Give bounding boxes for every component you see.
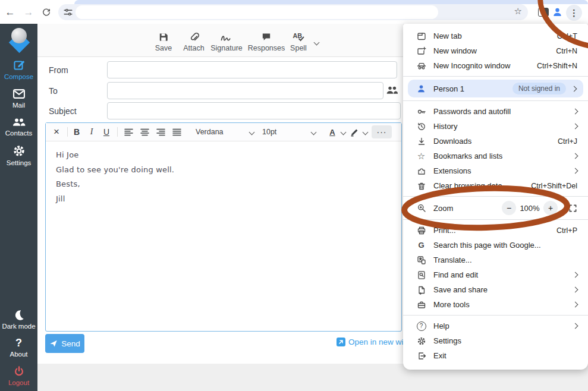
align-right-button[interactable] <box>154 123 167 141</box>
attach-button[interactable]: Attach <box>180 29 207 52</box>
font-family-value: Verdana <box>196 128 224 136</box>
back-button[interactable]: ← <box>4 6 17 19</box>
fullscreen-button[interactable] <box>568 204 577 213</box>
italic-button[interactable]: I <box>86 123 98 141</box>
spell-dropdown-caret[interactable] <box>314 40 320 46</box>
menu-item-find-and-edit[interactable]: Find and edit <box>403 267 588 282</box>
menu-label: New window <box>433 46 477 55</box>
profile-button[interactable] <box>552 7 563 18</box>
sidebar-item-label: About <box>10 351 27 358</box>
menu-label: History <box>433 122 457 131</box>
forward-button[interactable]: → <box>22 6 35 19</box>
from-field[interactable] <box>107 61 397 78</box>
send-button[interactable]: Send <box>45 334 84 353</box>
open-in-new-window-link[interactable]: Open in new window <box>337 338 403 346</box>
responses-button[interactable]: Responses <box>247 29 286 52</box>
menu-item-translate[interactable]: Translate... <box>403 253 588 267</box>
to-field[interactable] <box>107 82 383 99</box>
signature-button[interactable]: Signature <box>209 29 244 52</box>
browser-menu-button[interactable]: ⋮ <box>566 5 582 21</box>
spell-button[interactable]: AB Spell <box>287 29 310 52</box>
menu-label: Bookmarks and lists <box>433 152 502 160</box>
zoom-in-button[interactable]: + <box>543 201 558 215</box>
save-button[interactable]: Save <box>150 29 177 52</box>
align-left-button[interactable] <box>122 123 135 141</box>
site-settings-icon[interactable] <box>63 7 73 17</box>
sidebar-item-contacts[interactable]: Contacts <box>0 116 37 137</box>
sidebar-item-mail[interactable]: Mail <box>0 88 37 109</box>
menu-item-search-with-google[interactable]: Search this page with Google... <box>403 238 588 253</box>
contacts-icon <box>0 116 37 128</box>
bold-button[interactable]: B <box>71 123 83 141</box>
body-line: Glad to see you're doing well. <box>56 163 391 178</box>
menu-label: New Incognito window <box>433 61 510 70</box>
save-page-icon <box>416 285 426 295</box>
bookmark-star-icon[interactable]: ☆ <box>514 6 522 17</box>
reload-button[interactable] <box>40 6 53 19</box>
more-formatting-button[interactable]: ··· <box>372 125 392 138</box>
sidebar-item-label: Mail <box>12 102 25 109</box>
menu-item-bookmarks-and-lists[interactable]: ☆ Bookmarks and lists <box>403 149 588 163</box>
body-line: Bests, <box>56 177 391 192</box>
chevron-down-icon <box>249 129 255 135</box>
menu-item-downloads[interactable]: Downloads Ctrl+J <box>403 134 588 149</box>
sidebar-item-about[interactable]: ? About <box>0 337 37 358</box>
sidebar-item-dark-mode[interactable]: Dark mode <box>0 309 37 330</box>
menu-item-passwords-and-autofill[interactable]: Passwords and autofill <box>403 104 588 119</box>
menu-item-new-incognito-window[interactable]: New Incognito window Ctrl+Shift+N <box>403 58 588 73</box>
bookmark-star-icon: ☆ <box>416 151 426 162</box>
menu-item-print[interactable]: Print... Ctrl+P <box>403 223 588 238</box>
message-body[interactable]: Hi Joe Glad to see you're doing well. Be… <box>46 141 401 331</box>
subject-label: Subject <box>49 106 77 116</box>
sidebar-item-compose[interactable]: Compose <box>0 58 37 80</box>
zoom-magnifier-icon <box>416 203 426 213</box>
roundcube-logo[interactable] <box>6 27 32 53</box>
address-bar[interactable]: ☆ <box>58 4 528 20</box>
menu-item-clear-browsing-data[interactable]: Clear browsing data Ctrl+Shift+Del <box>403 178 588 193</box>
mail-sidebar: Compose Mail Contacts Settings <box>0 24 37 391</box>
browser-menu: New tab Ctrl+T New window Ctrl+N New Inc… <box>403 24 588 370</box>
sidebar-item-label: Logout <box>8 379 29 386</box>
clear-format-button[interactable]: × <box>51 123 62 141</box>
menu-item-exit[interactable]: Exit <box>403 348 588 363</box>
menu-divider <box>403 100 588 101</box>
from-label: From <box>49 65 68 75</box>
font-color-button[interactable]: A <box>326 123 338 141</box>
compose-toolbar: Save Attach Signature Responses <box>37 24 403 57</box>
menu-item-settings[interactable]: Settings <box>403 333 588 348</box>
menu-item-new-window[interactable]: New window Ctrl+N <box>403 43 588 58</box>
chevron-right-icon <box>573 323 578 329</box>
power-icon <box>0 365 37 377</box>
menu-item-profile[interactable]: Person 1 Not signed in <box>408 80 583 97</box>
menu-item-save-and-share[interactable]: Save and share <box>403 282 588 297</box>
subject-field[interactable] <box>107 102 401 119</box>
font-size-select[interactable]: 10pt <box>262 123 319 141</box>
highlight-caret[interactable] <box>363 130 369 135</box>
menu-item-history[interactable]: History <box>403 119 588 134</box>
person-icon <box>416 84 426 94</box>
menu-item-extensions[interactable]: Extensions <box>403 163 588 178</box>
sidebar-item-settings[interactable]: Settings <box>0 144 37 166</box>
align-center-button[interactable] <box>138 123 151 141</box>
open-link-label: Open in new window <box>348 338 403 346</box>
side-panel-icon[interactable] <box>538 8 549 17</box>
align-justify-button[interactable] <box>170 123 183 141</box>
font-family-select[interactable]: Verdana <box>196 123 257 141</box>
highlight-button[interactable] <box>348 123 361 141</box>
profile-person-icon <box>552 7 563 18</box>
message-editor: × B I U Verdana 10pt A <box>45 122 402 332</box>
font-color-caret[interactable] <box>341 130 347 135</box>
menu-label: Translate... <box>433 256 472 264</box>
zoom-out-button[interactable]: − <box>502 201 516 215</box>
format-toolbar: × B I U Verdana 10pt A <box>46 123 401 141</box>
menu-item-more-tools[interactable]: More tools <box>403 297 588 312</box>
menu-item-help[interactable]: Help <box>403 319 588 333</box>
menu-item-new-tab[interactable]: New tab Ctrl+T <box>403 29 588 43</box>
underline-button[interactable]: U <box>100 123 112 141</box>
tab-strip[interactable] <box>74 0 588 4</box>
speech-bubble-icon <box>247 29 286 42</box>
url-input[interactable] <box>76 5 438 19</box>
logo-sphere <box>11 28 27 43</box>
sidebar-item-logout[interactable]: Logout <box>0 365 37 386</box>
add-contact-button[interactable] <box>385 84 400 96</box>
